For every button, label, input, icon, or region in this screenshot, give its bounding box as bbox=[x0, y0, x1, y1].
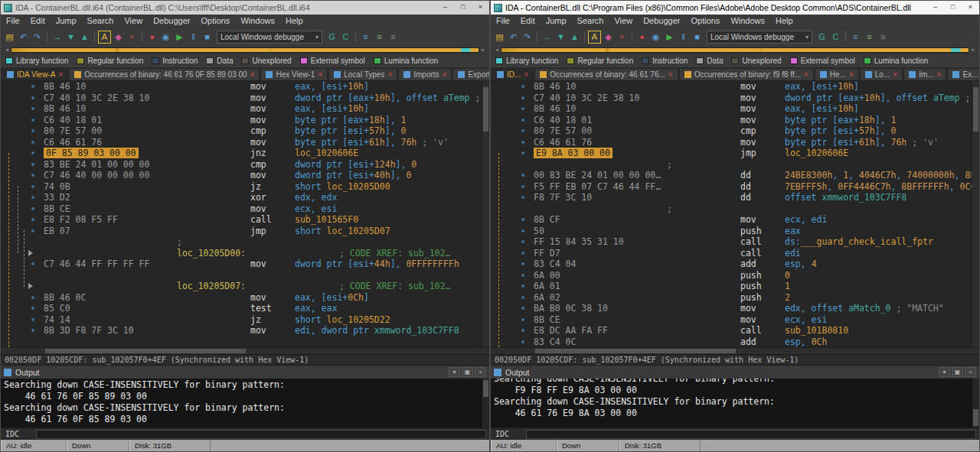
disasm-row[interactable]: 8B 3D F8 7F 3C 10movedi, dword ptr xmmwo… bbox=[1, 325, 482, 337]
tab[interactable]: Exports× bbox=[452, 68, 489, 80]
panel-float-button[interactable]: ▣ bbox=[462, 367, 473, 377]
maximize-button[interactable]: □ bbox=[944, 1, 962, 15]
disasm-row[interactable]: 6A 00push0 bbox=[491, 270, 972, 281]
disasm-row[interactable]: 8B 46 10moveax, [esi+10h] bbox=[1, 103, 482, 115]
graph-view-icon[interactable]: G bbox=[325, 31, 338, 44]
disasm-row[interactable]: 8B CEmovecx, esi bbox=[1, 203, 482, 215]
debugger-selector[interactable]: Local Windows debugge▾ bbox=[217, 31, 322, 44]
tab[interactable]: Occurrences of binary: f9 f8 ff...× bbox=[679, 68, 814, 80]
tab[interactable]: He...× bbox=[815, 68, 859, 80]
menu-help[interactable]: Help bbox=[280, 16, 309, 25]
close-button[interactable]: × bbox=[962, 1, 979, 15]
graph-view-icon[interactable]: G bbox=[815, 31, 828, 44]
maximize-button[interactable]: □ bbox=[454, 1, 472, 15]
disasm-row[interactable]: 6A 01push1 bbox=[491, 281, 972, 292]
menu-search[interactable]: Search bbox=[82, 16, 119, 25]
disasm-row[interactable]: 74 14jzshort loc_10205D22 bbox=[1, 314, 482, 326]
search-down-icon[interactable]: ▼ bbox=[554, 31, 567, 44]
disasm-row[interactable]: FF 15 84 35 31 10callds:___guard_check_i… bbox=[491, 236, 972, 248]
strings-icon[interactable]: A bbox=[98, 31, 111, 44]
jump-icon[interactable]: → bbox=[51, 31, 64, 44]
output-panel-header[interactable]: Output ▾ ▣ × bbox=[491, 365, 979, 379]
output-panel-header[interactable]: Output ▾ ▣ × bbox=[1, 365, 489, 379]
minimize-button[interactable]: – bbox=[926, 1, 944, 15]
menu-help[interactable]: Help bbox=[770, 16, 799, 25]
redo-icon[interactable]: ↷ bbox=[31, 31, 44, 44]
menu-debugger[interactable]: Debugger bbox=[638, 16, 685, 25]
disasm-row[interactable]: 8B 46 0Cmoveax, [esi+0Ch] bbox=[1, 292, 482, 304]
disasm-row[interactable]: 8B CFmovecx, edi bbox=[491, 214, 972, 226]
menu-windows[interactable]: Windows bbox=[725, 16, 770, 25]
panel-menu-button[interactable]: ▾ bbox=[449, 367, 460, 377]
menu-edit[interactable]: Edit bbox=[515, 16, 541, 25]
tab-close-icon[interactable]: × bbox=[804, 71, 808, 79]
menu-view[interactable]: View bbox=[119, 16, 148, 25]
tab-close-icon[interactable]: × bbox=[318, 71, 322, 79]
tab-close-icon[interactable]: × bbox=[58, 71, 63, 79]
scrollbar-thumb[interactable] bbox=[483, 87, 488, 132]
disasm-row[interactable]: C6 46 61 76movbyte ptr [esi+61h], 76h ; … bbox=[491, 137, 972, 148]
tab-close-icon[interactable]: × bbox=[443, 71, 447, 79]
disasm-row[interactable]: ; bbox=[491, 203, 972, 215]
undo-icon[interactable]: ↶ bbox=[17, 31, 30, 44]
navband-left-arrow[interactable]: ◂ bbox=[3, 46, 11, 54]
disasm-row[interactable]: 85 C0testeax, eax bbox=[1, 303, 482, 314]
vertical-scrollbar[interactable] bbox=[482, 81, 489, 347]
breakpoint-icon[interactable]: ● bbox=[145, 31, 158, 44]
disasm-row[interactable]: 74 0Bjzshort loc_10205D00 bbox=[1, 181, 482, 193]
calls-view-icon[interactable]: C bbox=[829, 31, 842, 44]
disasm-row[interactable]: 33 D2xoredx, edx bbox=[1, 192, 482, 203]
trace-icon[interactable]: ◉ bbox=[649, 31, 662, 44]
output-window[interactable]: Searching down CASE-INSENSITIVELY for bi… bbox=[491, 379, 979, 428]
panel-close-button[interactable]: × bbox=[965, 367, 976, 377]
tab[interactable]: IDA View-A× bbox=[2, 68, 68, 80]
minimize-button[interactable]: – bbox=[436, 1, 454, 15]
tab[interactable]: Lo...× bbox=[860, 68, 903, 80]
disasm-row[interactable]: EB 07jmpshort loc_10205D07 bbox=[1, 226, 482, 237]
tab-close-icon[interactable]: × bbox=[668, 71, 673, 79]
tab[interactable]: Ex...× bbox=[947, 68, 979, 80]
tab[interactable]: Im...× bbox=[903, 68, 946, 80]
disasm-row[interactable]: ; bbox=[491, 159, 972, 171]
disassembly-view[interactable]: 8B 46 10moveax, [esi+10h]C7 40 10 3C 2E … bbox=[491, 81, 979, 347]
undo-icon[interactable]: ↶ bbox=[507, 31, 520, 44]
disasm-row[interactable]: 8B 46 10moveax, [esi+10h] bbox=[491, 103, 972, 115]
menu-debugger[interactable]: Debugger bbox=[148, 16, 195, 25]
disasm-row[interactable]: 8B CEmovecx, esi bbox=[491, 314, 972, 326]
calls-view-icon[interactable]: C bbox=[339, 31, 352, 44]
strings-icon[interactable]: A bbox=[588, 31, 601, 44]
disasm-row[interactable]: 83 C4 0Caddesp, 0Ch bbox=[491, 337, 972, 348]
cli-language-selector[interactable]: IDC bbox=[491, 430, 526, 438]
disasm-row[interactable]: C6 40 18 01movbyte ptr [eax+18h], 1 bbox=[491, 115, 972, 126]
cli-language-selector[interactable]: IDC bbox=[1, 430, 36, 438]
disasm-row[interactable] bbox=[1, 270, 482, 281]
menu-jump[interactable]: Jump bbox=[51, 16, 82, 25]
open-file-icon[interactable]: ▤ bbox=[493, 31, 506, 44]
tab[interactable]: Imports× bbox=[398, 68, 452, 80]
output-window[interactable]: Searching down CASE-INSENSITIVELY for bi… bbox=[1, 379, 489, 428]
horizontal-scrollbar[interactable] bbox=[1, 347, 489, 354]
tab-close-icon[interactable]: × bbox=[524, 71, 528, 79]
breakpoint-icon[interactable]: ● bbox=[635, 31, 648, 44]
functions-list-icon[interactable]: ≡ bbox=[359, 31, 372, 44]
cancel-icon[interactable]: × bbox=[616, 31, 629, 44]
vertical-scrollbar[interactable] bbox=[972, 81, 979, 347]
disasm-row[interactable]: E8 F2 08 F5 FFcallsub_101565F0 bbox=[1, 214, 482, 226]
disasm-row[interactable]: E9 8A 03 00 00jmploc_1020606E bbox=[491, 148, 972, 159]
menu-view[interactable]: View bbox=[609, 16, 638, 25]
panel-close-button[interactable]: × bbox=[475, 367, 486, 377]
segments-list-icon[interactable]: ≡ bbox=[877, 31, 890, 44]
disasm-row[interactable]: FF D7calledi bbox=[491, 248, 972, 259]
stop-icon[interactable]: ■ bbox=[201, 31, 214, 44]
scrollbar-thumb[interactable] bbox=[973, 87, 978, 132]
tab-close-icon[interactable]: × bbox=[937, 71, 942, 79]
open-file-icon[interactable]: ▤ bbox=[3, 31, 16, 44]
cancel-icon[interactable]: × bbox=[126, 31, 139, 44]
scrollbar-thumb[interactable] bbox=[483, 380, 488, 397]
menu-search[interactable]: Search bbox=[572, 16, 609, 25]
disasm-row[interactable]: loc_10205D07:; CODE XREF: sub_102… bbox=[1, 281, 482, 292]
disasm-row[interactable]: 50pusheax bbox=[491, 226, 972, 237]
search-up-icon[interactable]: ▲ bbox=[78, 31, 91, 44]
stop-icon[interactable]: ■ bbox=[691, 31, 704, 44]
tab-close-icon[interactable]: × bbox=[387, 71, 392, 79]
